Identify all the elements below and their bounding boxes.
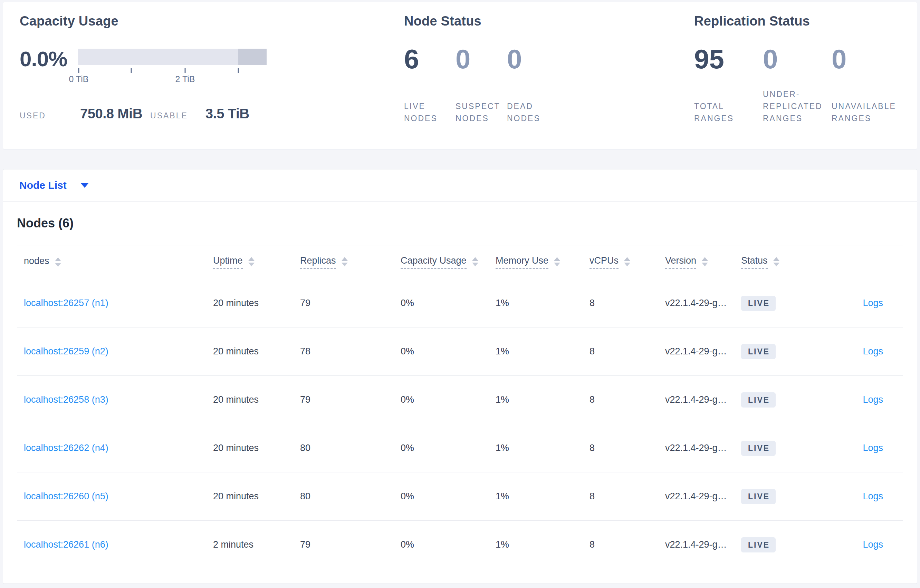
status-badge: LIVE [741,489,776,504]
used-value: 750.8 MiB [80,106,142,121]
column-header-memory-use[interactable]: Memory Use [496,255,590,269]
node-link[interactable]: localhost:26261 (n6) [24,540,109,550]
table-header-row: nodes Uptime Replicas Capacity Usage Mem… [17,245,903,279]
total-ranges-count: 95 [694,45,763,73]
node-list-dropdown[interactable]: Node List [3,170,917,202]
status-badge: LIVE [741,393,776,407]
column-header-nodes[interactable]: nodes [17,256,213,268]
uptime-cell: 20 minutes [213,346,300,357]
vcpus-cell: 8 [590,540,665,550]
version-cell: v22.1.4-29-g… [665,491,741,502]
node-link[interactable]: localhost:26257 (n1) [24,298,109,308]
node-status-title: Node Status [404,14,694,29]
capacity-usage-cell: 0% [401,443,496,454]
sort-icon [702,257,708,267]
node-link[interactable]: localhost:26259 (n2) [24,346,109,357]
memory-use-cell: 1% [496,394,590,405]
table-row: localhost:26261 (n6) 2 minutes 79 0% 1% … [17,521,903,569]
column-header-version[interactable]: Version [665,255,741,269]
column-header-status[interactable]: Status [741,255,812,269]
status-badge: LIVE [741,296,776,311]
vcpus-cell: 8 [590,394,665,405]
uptime-cell: 20 minutes [213,394,300,405]
capacity-usage-title: Capacity Usage [20,14,404,29]
column-header-uptime[interactable]: Uptime [213,255,300,269]
table-row: localhost:26258 (n3) 20 minutes 79 0% 1%… [17,376,903,424]
capacity-usage-cell: 0% [401,540,496,550]
under-replicated-ranges-stat: 0 UNDER-REPLICATED RANGES [763,45,832,124]
dead-nodes-label: DEAD NODES [507,100,559,124]
replication-status-panel: Replication Status 95 TOTAL RANGES 0 UND… [694,14,901,149]
uptime-cell: 20 minutes [213,443,300,454]
column-header-replicas[interactable]: Replicas [300,255,401,269]
vcpus-cell: 8 [590,298,665,309]
sort-icon [624,257,630,267]
unavailable-ranges-count: 0 [832,45,900,73]
nodes-count-heading: Nodes (6) [17,215,903,231]
node-list-dropdown-label: Node List [19,179,66,191]
column-header-vcpus[interactable]: vCPUs [590,255,665,269]
capacity-bar-ticks [78,67,267,73]
live-nodes-stat: 6 LIVE NODES [404,45,455,124]
logs-link[interactable]: Logs [863,298,883,308]
status-badge: LIVE [741,441,776,456]
suspect-nodes-count: 0 [455,45,507,73]
capacity-bar-reserved-segment [238,48,267,65]
memory-use-cell: 1% [496,491,590,502]
version-cell: v22.1.4-29-g… [665,443,741,454]
uptime-cell: 20 minutes [213,491,300,502]
logs-link[interactable]: Logs [863,394,883,405]
sort-icon [342,257,348,267]
replicas-cell: 78 [300,346,401,357]
column-header-capacity-usage[interactable]: Capacity Usage [401,255,496,269]
under-replicated-ranges-label: UNDER-REPLICATED RANGES [763,88,832,124]
used-label: USED [20,111,80,120]
unavailable-ranges-label: UNAVAILABLE RANGES [832,100,900,124]
memory-use-cell: 1% [496,346,590,357]
tick-mark-0tib [78,68,79,73]
logs-link[interactable]: Logs [863,491,883,501]
logs-link[interactable]: Logs [863,540,883,550]
vcpus-cell: 8 [590,443,665,454]
replicas-cell: 79 [300,298,401,309]
replicas-cell: 79 [300,394,401,405]
sort-icon [472,257,478,267]
logs-link[interactable]: Logs [863,443,883,453]
logs-link[interactable]: Logs [863,346,883,357]
tick-mark-3tib [238,68,239,73]
nodes-table: nodes Uptime Replicas Capacity Usage Mem… [17,245,903,569]
total-ranges-stat: 95 TOTAL RANGES [694,45,763,124]
usable-label: USABLE [150,111,188,120]
status-badge: LIVE [741,537,776,552]
replicas-cell: 80 [300,443,401,454]
usable-value: 3.5 TiB [206,106,249,121]
tick-label-0tib: 0 TiB [69,74,89,84]
node-link[interactable]: localhost:26258 (n3) [24,394,109,405]
sort-icon [554,257,560,267]
unavailable-ranges-stat: 0 UNAVAILABLE RANGES [832,45,900,124]
version-cell: v22.1.4-29-g… [665,346,741,357]
version-cell: v22.1.4-29-g… [665,394,741,405]
capacity-usage-cell: 0% [401,394,496,405]
node-link[interactable]: localhost:26262 (n4) [24,443,109,453]
total-ranges-label: TOTAL RANGES [694,100,763,124]
tick-label-2tib: 2 TiB [175,74,195,84]
table-row: localhost:26262 (n4) 20 minutes 80 0% 1%… [17,424,903,472]
under-replicated-ranges-count: 0 [763,45,832,73]
cluster-summary-card: Capacity Usage 0.0% 0 TiB 2 TiB [3,2,917,149]
node-link[interactable]: localhost:26260 (n5) [24,491,109,501]
live-nodes-label: LIVE NODES [404,100,455,124]
sort-icon [248,257,254,267]
sort-icon [773,257,779,267]
node-status-panel: Node Status 6 LIVE NODES 0 SUSPECT NODES… [404,14,694,149]
replicas-cell: 79 [300,540,401,550]
replicas-cell: 80 [300,491,401,502]
chevron-down-icon [81,183,89,188]
capacity-usage-cell: 0% [401,491,496,502]
tick-mark-2tib [185,68,186,73]
dead-nodes-count: 0 [507,45,559,73]
vcpus-cell: 8 [590,491,665,502]
live-nodes-count: 6 [404,45,455,73]
uptime-cell: 2 minutes [213,540,300,550]
table-row: localhost:26257 (n1) 20 minutes 79 0% 1%… [17,279,903,328]
